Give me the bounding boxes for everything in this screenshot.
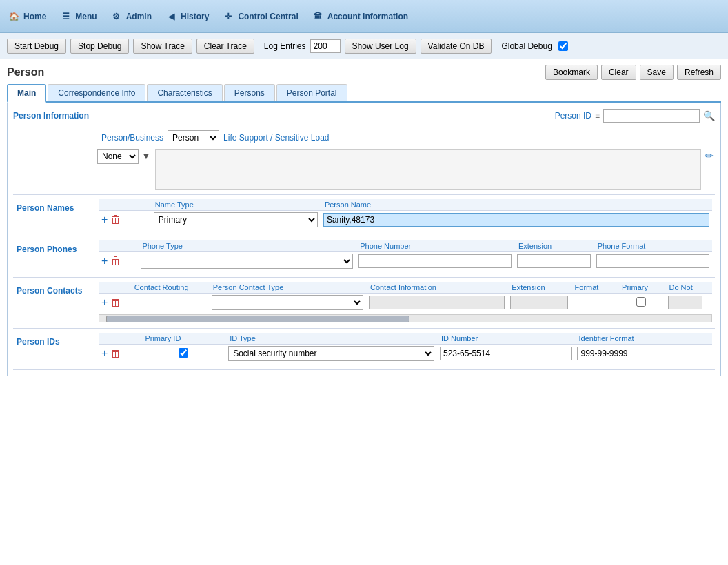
search-icon[interactable]: 🔍	[703, 110, 715, 121]
global-debug-checkbox[interactable]	[558, 41, 568, 51]
life-support-label: Life Support / Sensitive Load	[223, 130, 329, 146]
log-entries-input[interactable]	[310, 39, 341, 53]
add-id-button[interactable]: +	[101, 348, 108, 359]
contact-routing-header: Contact Routing	[130, 282, 209, 294]
history-icon: ◀	[164, 10, 178, 23]
contact-info-header: Contact Information	[366, 282, 507, 294]
save-button[interactable]: Save	[640, 65, 674, 80]
identifier-format-header: Identifier Format	[574, 333, 712, 345]
delete-contact-button[interactable]: 🗑	[110, 297, 121, 308]
primary-checkbox[interactable]	[636, 297, 646, 307]
person-id-label: Person ID	[555, 111, 592, 121]
contact-extension-input[interactable]	[510, 296, 567, 309]
delete-phone-button[interactable]: 🗑	[110, 256, 121, 267]
tab-characteristics[interactable]: Characteristics	[147, 84, 222, 101]
add-contact-button[interactable]: +	[101, 297, 108, 308]
phone-type-header: Phone Type	[138, 240, 356, 252]
person-id-list-icon[interactable]: ≡	[595, 111, 600, 121]
tab-main[interactable]: Main	[7, 84, 46, 103]
pencil-icon[interactable]: ✏	[705, 150, 714, 161]
scrollbar-thumb[interactable]	[106, 316, 410, 322]
person-id-input[interactable]	[603, 109, 700, 123]
form-area: Person Information Person ID ≡ 🔍 Person/…	[7, 103, 721, 376]
id-type-select[interactable]: Social security number Driver License Pa…	[228, 346, 434, 361]
id-number-header: ID Number	[437, 333, 574, 345]
id-type-header: ID Type	[225, 333, 437, 345]
start-debug-button[interactable]: Start Debug	[7, 39, 66, 54]
nav-control-central[interactable]: ✛ Control Central	[221, 10, 298, 23]
validate-on-db-button[interactable]: Validate On DB	[421, 39, 492, 54]
delete-name-button[interactable]: 🗑	[110, 214, 121, 225]
person-biz-life-row: Person/Business Person Business Life Sup…	[14, 130, 714, 146]
global-debug-label: Global Debug	[501, 41, 552, 51]
person-info-row: Person Information Person ID ≡ 🔍	[13, 109, 715, 123]
none-select[interactable]: None	[97, 149, 139, 164]
nav-account-information[interactable]: 🏛 Account Information	[311, 10, 408, 23]
description-textarea[interactable]	[155, 149, 701, 190]
page-header: Person Bookmark Clear Save Refresh	[7, 65, 721, 80]
table-row: + 🗑	[99, 252, 712, 271]
account-icon: 🏛	[311, 10, 325, 23]
phone-format-input[interactable]	[596, 254, 709, 268]
person-ids-label: Person IDs	[13, 329, 96, 369]
person-phones-label: Person Phones	[13, 236, 96, 277]
person-type-select[interactable]: Person Business	[168, 130, 219, 145]
tab-person-portal[interactable]: Person Portal	[276, 84, 347, 101]
none-dropdown-icon[interactable]: ▼	[141, 149, 151, 161]
show-user-log-button[interactable]: Show User Log	[345, 39, 416, 54]
clear-trace-button[interactable]: Clear Trace	[196, 39, 254, 54]
phone-number-input[interactable]	[358, 254, 512, 268]
phone-format-header: Phone Format	[594, 240, 712, 252]
log-entries-label: Log Entries	[264, 41, 306, 51]
control-central-icon: ✛	[221, 10, 235, 23]
tabs: Main Correspondence Info Characteristics…	[7, 84, 721, 103]
horizontal-scrollbar[interactable]	[99, 314, 712, 322]
nav-home[interactable]: 🏠 Home	[7, 10, 46, 23]
clear-button[interactable]: Clear	[601, 65, 636, 80]
primary-id-checkbox[interactable]	[179, 348, 188, 358]
phone-extension-input[interactable]	[517, 254, 591, 268]
phone-number-header: Phone Number	[356, 240, 514, 252]
nav-history[interactable]: ◀ History	[164, 10, 209, 23]
tab-correspondence-info[interactable]: Correspondence Info	[48, 84, 145, 101]
add-phone-button[interactable]: +	[101, 256, 108, 267]
delete-id-button[interactable]: 🗑	[110, 348, 121, 359]
id-number-input[interactable]	[440, 347, 572, 360]
extension-header: Extension	[514, 240, 594, 252]
contact-info-input[interactable]	[369, 296, 505, 309]
nav-bar: 🏠 Home ☰ Menu ⚙ Admin ◀ History ✛ Contro…	[0, 0, 728, 33]
nav-admin[interactable]: ⚙ Admin	[110, 10, 152, 23]
stop-debug-button[interactable]: Stop Debug	[70, 39, 129, 54]
form-top-section: Person/Business Person Business Life Sup…	[13, 127, 715, 194]
none-textarea-row: None ▼ ✏	[97, 149, 714, 190]
contact-type-select[interactable]	[212, 295, 363, 310]
tab-persons[interactable]: Persons	[224, 84, 275, 101]
table-row: + 🗑	[99, 294, 712, 312]
donot-header: Do Not	[665, 282, 713, 294]
table-row: + 🗑 Social security number Driver Licens…	[99, 345, 712, 363]
person-contacts-content: Contact Routing Person Contact Type Cont…	[96, 278, 715, 328]
admin-icon: ⚙	[110, 10, 123, 23]
refresh-button[interactable]: Refresh	[677, 65, 721, 80]
debug-bar: Start Debug Stop Debug Show Trace Clear …	[0, 33, 728, 59]
menu-icon: ☰	[59, 10, 72, 23]
nav-menu[interactable]: ☰ Menu	[59, 10, 97, 23]
person-id-row: Person ID ≡ 🔍	[555, 109, 715, 123]
person-phones-section: Person Phones Phone Type Phone Number Ex…	[13, 236, 715, 277]
bookmark-button[interactable]: Bookmark	[545, 65, 598, 80]
name-type-select[interactable]: Primary Alias DBA	[154, 212, 318, 227]
donot-input[interactable]	[668, 296, 702, 309]
person-contacts-section: Person Contacts Contact Routing Person C…	[13, 277, 715, 328]
person-names-content: Name Type Person Name + 🗑	[96, 195, 715, 236]
person-names-table: Name Type Person Name + 🗑	[99, 199, 712, 229]
person-ids-section: Person IDs Primary ID ID Type ID Number …	[13, 328, 715, 370]
main-content: Person Bookmark Clear Save Refresh Main …	[0, 59, 728, 382]
person-phones-content: Phone Type Phone Number Extension Phone …	[96, 236, 715, 277]
person-ids-content: Primary ID ID Type ID Number Identifier …	[96, 329, 715, 369]
show-trace-button[interactable]: Show Trace	[133, 39, 192, 54]
add-name-button[interactable]: +	[101, 214, 108, 225]
name-type-header: Name Type	[151, 199, 321, 211]
identifier-format-input[interactable]	[577, 347, 709, 360]
phone-type-select[interactable]	[141, 254, 353, 269]
person-name-input[interactable]	[323, 213, 709, 227]
